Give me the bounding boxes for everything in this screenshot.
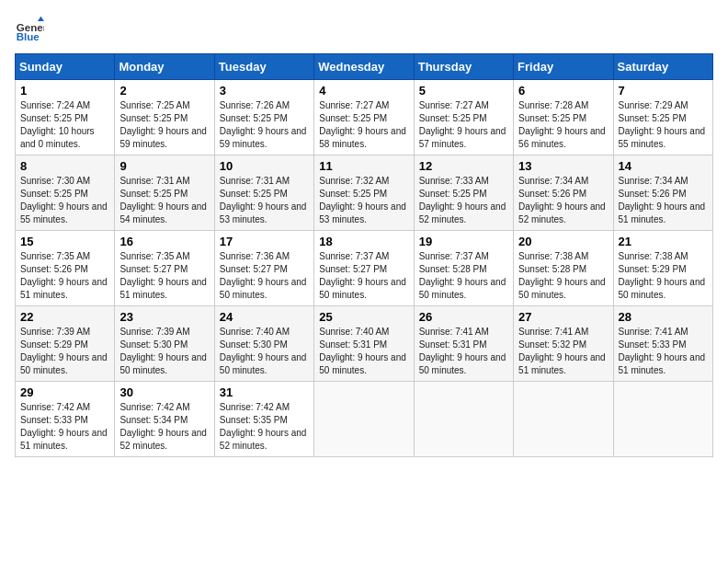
day-number: 3: [220, 84, 309, 98]
day-number: 24: [220, 310, 309, 324]
calendar-day-cell: [414, 382, 513, 457]
day-number: 5: [419, 84, 508, 98]
calendar-day-cell: 19 Sunrise: 7:37 AMSunset: 5:28 PMDaylig…: [414, 231, 513, 306]
day-number: 23: [119, 310, 209, 324]
day-info: Sunrise: 7:39 AMSunset: 5:29 PMDaylight:…: [20, 327, 108, 375]
calendar-day-cell: 18 Sunrise: 7:37 AMSunset: 5:27 PMDaylig…: [314, 231, 414, 306]
day-info: Sunrise: 7:27 AMSunset: 5:25 PMDaylight:…: [419, 100, 506, 149]
day-info: Sunrise: 7:37 AMSunset: 5:28 PMDaylight:…: [419, 251, 506, 300]
calendar-table: SundayMondayTuesdayWednesdayThursdayFrid…: [15, 53, 713, 457]
calendar-day-cell: [613, 382, 712, 457]
weekday-header-cell: Saturday: [613, 54, 712, 80]
calendar-day-cell: [314, 382, 414, 457]
weekday-header-cell: Sunday: [16, 54, 115, 80]
day-info: Sunrise: 7:29 AMSunset: 5:25 PMDaylight:…: [619, 100, 706, 149]
day-number: 21: [619, 235, 708, 248]
calendar-day-cell: 17 Sunrise: 7:36 AMSunset: 5:27 PMDaylig…: [214, 231, 313, 306]
calendar-day-cell: 29 Sunrise: 7:42 AMSunset: 5:33 PMDaylig…: [16, 382, 115, 457]
day-info: Sunrise: 7:32 AMSunset: 5:25 PMDaylight:…: [319, 176, 406, 224]
calendar-day-cell: 28 Sunrise: 7:41 AMSunset: 5:33 PMDaylig…: [613, 306, 712, 382]
calendar-day-cell: 25 Sunrise: 7:40 AMSunset: 5:31 PMDaylig…: [314, 306, 414, 382]
day-info: Sunrise: 7:28 AMSunset: 5:25 PMDaylight:…: [518, 100, 606, 149]
day-number: 4: [319, 84, 408, 98]
day-number: 31: [220, 385, 309, 399]
logo: General Blue: [15, 15, 44, 44]
weekday-header-cell: Monday: [115, 54, 214, 80]
calendar-week-row: 29 Sunrise: 7:42 AMSunset: 5:33 PMDaylig…: [16, 382, 713, 457]
day-info: Sunrise: 7:24 AMSunset: 5:25 PMDaylight:…: [20, 100, 95, 149]
calendar-day-cell: 24 Sunrise: 7:40 AMSunset: 5:30 PMDaylig…: [214, 306, 313, 382]
calendar-week-row: 22 Sunrise: 7:39 AMSunset: 5:29 PMDaylig…: [16, 306, 713, 382]
calendar-day-cell: 3 Sunrise: 7:26 AMSunset: 5:25 PMDayligh…: [214, 80, 313, 155]
calendar-day-cell: 7 Sunrise: 7:29 AMSunset: 5:25 PMDayligh…: [613, 80, 712, 155]
calendar-day-cell: 12 Sunrise: 7:33 AMSunset: 5:25 PMDaylig…: [414, 155, 513, 231]
calendar-day-cell: 16 Sunrise: 7:35 AMSunset: 5:27 PMDaylig…: [115, 231, 214, 306]
day-info: Sunrise: 7:31 AMSunset: 5:25 PMDaylight:…: [119, 176, 207, 224]
logo-icon: General Blue: [15, 15, 44, 44]
calendar-day-cell: 13 Sunrise: 7:34 AMSunset: 5:26 PMDaylig…: [514, 155, 613, 231]
calendar-day-cell: 6 Sunrise: 7:28 AMSunset: 5:25 PMDayligh…: [514, 80, 613, 155]
day-info: Sunrise: 7:35 AMSunset: 5:26 PMDaylight:…: [20, 251, 108, 300]
calendar-day-cell: 8 Sunrise: 7:30 AMSunset: 5:25 PMDayligh…: [16, 155, 115, 231]
calendar-day-cell: 14 Sunrise: 7:34 AMSunset: 5:26 PMDaylig…: [613, 155, 712, 231]
day-number: 25: [319, 310, 408, 324]
day-info: Sunrise: 7:35 AMSunset: 5:27 PMDaylight:…: [119, 251, 207, 300]
day-info: Sunrise: 7:41 AMSunset: 5:31 PMDaylight:…: [419, 327, 506, 375]
day-info: Sunrise: 7:34 AMSunset: 5:26 PMDaylight:…: [619, 176, 706, 224]
weekday-header-cell: Tuesday: [214, 54, 313, 80]
day-number: 18: [319, 235, 408, 248]
calendar-day-cell: [514, 382, 613, 457]
day-number: 12: [419, 159, 508, 173]
day-info: Sunrise: 7:41 AMSunset: 5:33 PMDaylight:…: [619, 327, 706, 375]
calendar-week-row: 15 Sunrise: 7:35 AMSunset: 5:26 PMDaylig…: [16, 231, 713, 306]
day-info: Sunrise: 7:41 AMSunset: 5:32 PMDaylight:…: [518, 327, 606, 375]
day-number: 22: [20, 310, 109, 324]
day-number: 1: [20, 84, 109, 98]
day-info: Sunrise: 7:26 AMSunset: 5:25 PMDaylight:…: [220, 100, 307, 149]
day-number: 26: [419, 310, 508, 324]
day-info: Sunrise: 7:42 AMSunset: 5:33 PMDaylight:…: [20, 402, 108, 451]
calendar-day-cell: 1 Sunrise: 7:24 AMSunset: 5:25 PMDayligh…: [16, 80, 115, 155]
day-number: 16: [119, 235, 209, 248]
day-number: 15: [20, 235, 109, 248]
day-number: 13: [518, 159, 608, 173]
svg-text:Blue: Blue: [17, 31, 40, 42]
day-info: Sunrise: 7:31 AMSunset: 5:25 PMDaylight:…: [220, 176, 307, 224]
day-number: 10: [220, 159, 309, 173]
day-info: Sunrise: 7:25 AMSunset: 5:25 PMDaylight:…: [119, 100, 207, 149]
calendar-day-cell: 15 Sunrise: 7:35 AMSunset: 5:26 PMDaylig…: [16, 231, 115, 306]
day-number: 28: [619, 310, 708, 324]
calendar-day-cell: 31 Sunrise: 7:42 AMSunset: 5:35 PMDaylig…: [214, 382, 313, 457]
day-info: Sunrise: 7:39 AMSunset: 5:30 PMDaylight:…: [119, 327, 207, 375]
calendar-day-cell: 5 Sunrise: 7:27 AMSunset: 5:25 PMDayligh…: [414, 80, 513, 155]
calendar-day-cell: 2 Sunrise: 7:25 AMSunset: 5:25 PMDayligh…: [115, 80, 214, 155]
page-header: General Blue: [15, 15, 713, 44]
day-info: Sunrise: 7:42 AMSunset: 5:35 PMDaylight:…: [220, 402, 307, 451]
calendar-day-cell: 22 Sunrise: 7:39 AMSunset: 5:29 PMDaylig…: [16, 306, 115, 382]
day-info: Sunrise: 7:37 AMSunset: 5:27 PMDaylight:…: [319, 251, 406, 300]
day-number: 11: [319, 159, 408, 173]
calendar-week-row: 8 Sunrise: 7:30 AMSunset: 5:25 PMDayligh…: [16, 155, 713, 231]
calendar-day-cell: 26 Sunrise: 7:41 AMSunset: 5:31 PMDaylig…: [414, 306, 513, 382]
calendar-day-cell: 20 Sunrise: 7:38 AMSunset: 5:28 PMDaylig…: [514, 231, 613, 306]
calendar-day-cell: 30 Sunrise: 7:42 AMSunset: 5:34 PMDaylig…: [115, 382, 214, 457]
day-number: 27: [518, 310, 608, 324]
calendar-day-cell: 23 Sunrise: 7:39 AMSunset: 5:30 PMDaylig…: [115, 306, 214, 382]
day-number: 30: [119, 385, 209, 399]
day-number: 9: [119, 159, 209, 173]
weekday-header-row: SundayMondayTuesdayWednesdayThursdayFrid…: [16, 54, 713, 80]
calendar-day-cell: 10 Sunrise: 7:31 AMSunset: 5:25 PMDaylig…: [214, 155, 313, 231]
day-number: 29: [20, 385, 109, 399]
day-number: 2: [119, 84, 209, 98]
day-info: Sunrise: 7:34 AMSunset: 5:26 PMDaylight:…: [518, 176, 606, 224]
calendar-week-row: 1 Sunrise: 7:24 AMSunset: 5:25 PMDayligh…: [16, 80, 713, 155]
calendar-day-cell: 21 Sunrise: 7:38 AMSunset: 5:29 PMDaylig…: [613, 231, 712, 306]
day-number: 14: [619, 159, 708, 173]
calendar-day-cell: 4 Sunrise: 7:27 AMSunset: 5:25 PMDayligh…: [314, 80, 414, 155]
day-info: Sunrise: 7:30 AMSunset: 5:25 PMDaylight:…: [20, 176, 108, 224]
calendar-day-cell: 9 Sunrise: 7:31 AMSunset: 5:25 PMDayligh…: [115, 155, 214, 231]
day-info: Sunrise: 7:36 AMSunset: 5:27 PMDaylight:…: [220, 251, 307, 300]
day-info: Sunrise: 7:38 AMSunset: 5:29 PMDaylight:…: [619, 251, 706, 300]
day-info: Sunrise: 7:38 AMSunset: 5:28 PMDaylight:…: [518, 251, 606, 300]
calendar-day-cell: 27 Sunrise: 7:41 AMSunset: 5:32 PMDaylig…: [514, 306, 613, 382]
